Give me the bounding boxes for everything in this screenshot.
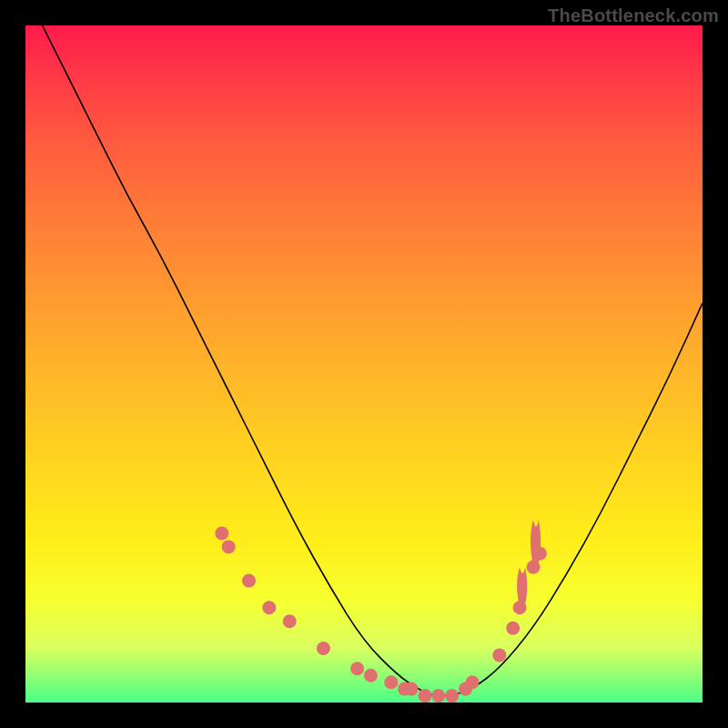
bottleneck-curve bbox=[25, 25, 703, 696]
marker-dot bbox=[350, 662, 364, 675]
marker-dot bbox=[317, 642, 330, 655]
marker-dot bbox=[384, 675, 398, 689]
marker-dot bbox=[527, 561, 541, 574]
marker-dot bbox=[242, 574, 256, 588]
marker-dot bbox=[506, 622, 520, 635]
marker-dot bbox=[419, 689, 432, 703]
marker-dot bbox=[283, 614, 297, 628]
marker-dot bbox=[533, 547, 547, 561]
marker-dot bbox=[364, 669, 378, 682]
bottleneck-plot bbox=[25, 25, 703, 703]
data-markers bbox=[215, 527, 547, 703]
marker-dot bbox=[466, 675, 480, 689]
marker-dot bbox=[445, 689, 459, 703]
marker-dot bbox=[513, 601, 527, 614]
marker-dot bbox=[222, 540, 236, 553]
chart-frame bbox=[25, 25, 703, 703]
marker-dot bbox=[215, 527, 228, 541]
watermark-text: TheBottleneck.com bbox=[548, 5, 719, 26]
marker-dot bbox=[405, 682, 419, 696]
marker-dot bbox=[492, 648, 506, 662]
marker-dot bbox=[262, 601, 276, 614]
marker-dot bbox=[431, 689, 445, 703]
